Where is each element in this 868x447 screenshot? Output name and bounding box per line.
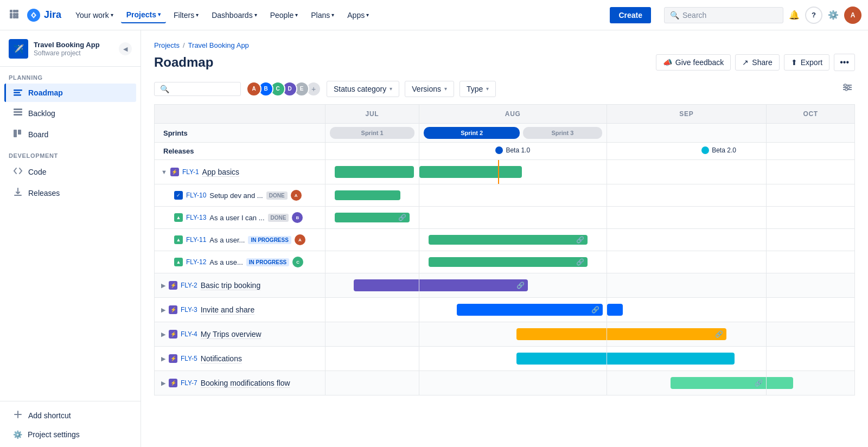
- fly3-bar[interactable]: 🔗: [457, 304, 603, 316]
- settings-button[interactable]: ⚙️: [825, 7, 842, 24]
- sprints-label: Sprints: [155, 124, 326, 143]
- fly12-type-icon: ▲: [174, 258, 183, 266]
- fly12-bar[interactable]: 🔗: [429, 257, 588, 267]
- table-row: ▲ FLY-12 As a use... IN PROGRESS C: [155, 251, 855, 273]
- sprint-2-bar[interactable]: Sprint 2: [424, 127, 520, 139]
- app-grid-icon[interactable]: [7, 7, 22, 23]
- month-aug: AUG: [419, 105, 607, 124]
- help-button[interactable]: ?: [805, 7, 822, 24]
- fly1-id[interactable]: FLY-1: [182, 168, 199, 176]
- view-settings-icon[interactable]: [840, 80, 855, 98]
- fly5-bar-sep[interactable]: [607, 353, 735, 365]
- fly11-bar[interactable]: 🔗: [429, 235, 588, 245]
- fly3-id[interactable]: FLY-3: [181, 306, 197, 314]
- fly2-bar-jul[interactable]: [354, 279, 419, 291]
- more-options-button[interactable]: •••: [834, 54, 855, 71]
- fly10-avatar: A: [291, 190, 302, 201]
- fly12-id[interactable]: FLY-12: [186, 258, 206, 266]
- svg-point-24: [847, 86, 850, 88]
- month-oct: OCT: [767, 105, 855, 124]
- fly7-bar-start[interactable]: 🔗: [671, 377, 766, 389]
- sidebar-item-code[interactable]: Code: [4, 162, 136, 182]
- fly3-expand-icon[interactable]: ▶: [161, 306, 165, 314]
- fly4-bar-start[interactable]: [516, 328, 606, 340]
- fly12-name: As a use...: [209, 258, 242, 266]
- fly2-expand-icon[interactable]: ▶: [161, 282, 165, 289]
- breadcrumb-project[interactable]: Travel Booking App: [188, 41, 249, 49]
- fly4-bar-sep[interactable]: 🔗: [607, 328, 726, 340]
- svg-rect-10: [14, 92, 20, 94]
- releases-icon: [13, 187, 23, 199]
- nav-projects[interactable]: Projects ▾: [121, 7, 166, 23]
- give-feedback-button[interactable]: 📣 Give feedback: [656, 54, 731, 71]
- status-category-filter[interactable]: Status category ▾: [327, 81, 399, 97]
- svg-rect-3: [10, 13, 12, 16]
- fly5-expand-icon[interactable]: ▶: [161, 355, 165, 362]
- fly3-type-icon: ⚡: [169, 305, 177, 314]
- user-avatar[interactable]: A: [844, 7, 861, 24]
- fly12-avatar: C: [292, 257, 303, 267]
- nav-plans[interactable]: Plans ▾: [305, 8, 340, 23]
- fly1-expand-icon[interactable]: ▼: [161, 169, 167, 175]
- project-type: Software project: [34, 49, 113, 57]
- beta-1-release[interactable]: Beta 1.0: [495, 146, 530, 154]
- fly4-expand-icon[interactable]: ▶: [161, 331, 165, 338]
- table-row: ▶ ⚡ FLY-5 Notifications: [155, 347, 855, 371]
- fly5-name: Notifications: [201, 354, 242, 363]
- breadcrumb: Projects / Travel Booking App: [154, 41, 855, 49]
- nav-filters[interactable]: Filters ▾: [168, 8, 204, 23]
- sidebar-item-releases[interactable]: Releases: [4, 183, 136, 203]
- sidebar-collapse-button[interactable]: ◀: [119, 42, 132, 55]
- sidebar-item-roadmap[interactable]: Roadmap: [4, 84, 136, 102]
- fly11-id[interactable]: FLY-11: [186, 236, 206, 244]
- fly10-name: Setup dev and ...: [209, 191, 263, 200]
- export-button[interactable]: ⬆ Export: [784, 54, 829, 71]
- fly4-id[interactable]: FLY-4: [181, 330, 197, 338]
- fly5-bar-start[interactable]: [516, 353, 606, 365]
- svg-rect-15: [14, 130, 17, 137]
- type-filter[interactable]: Type ▾: [459, 81, 496, 97]
- svg-rect-0: [10, 10, 12, 12]
- sidebar-item-add-shortcut[interactable]: Add shortcut: [4, 405, 136, 425]
- versions-filter[interactable]: Versions ▾: [405, 81, 454, 97]
- fly4-name: My Trips overview: [201, 330, 261, 339]
- svg-rect-6: [10, 16, 12, 18]
- fly10-id[interactable]: FLY-10: [186, 191, 206, 199]
- fly1-bar-aug[interactable]: [419, 166, 522, 178]
- svg-point-25: [845, 88, 847, 91]
- fly7-id[interactable]: FLY-7: [181, 379, 197, 387]
- notifications-button[interactable]: 🔔: [786, 7, 803, 24]
- sprint-3-bar[interactable]: Sprint 3: [523, 127, 602, 139]
- nav-people[interactable]: People ▾: [265, 8, 304, 23]
- board-icon: [13, 129, 23, 140]
- sidebar-item-backlog[interactable]: Backlog: [4, 103, 136, 123]
- gantt-left-header: [155, 105, 326, 124]
- share-button[interactable]: ↗ Share: [735, 54, 779, 71]
- sprint-1-bar[interactable]: Sprint 1: [330, 127, 414, 139]
- breadcrumb-projects[interactable]: Projects: [154, 41, 180, 49]
- nav-dashboards[interactable]: Dashboards ▾: [206, 8, 263, 23]
- avatar-1[interactable]: A: [246, 81, 261, 97]
- fly2-id[interactable]: FLY-2: [181, 282, 197, 289]
- fly2-bar-aug[interactable]: 🔗: [419, 279, 528, 291]
- fly13-bar[interactable]: 🔗: [335, 213, 409, 222]
- table-row: ✓ FLY-10 Setup dev and ... DONE A: [155, 184, 855, 207]
- svg-rect-14: [14, 114, 22, 116]
- fly10-bar[interactable]: [335, 190, 400, 200]
- create-button[interactable]: Create: [610, 7, 651, 23]
- search-filter[interactable]: 🔍: [154, 82, 241, 96]
- nav-your-work[interactable]: Your work ▾: [70, 8, 119, 23]
- sidebar-item-project-settings[interactable]: ⚙️ Project settings: [4, 426, 136, 443]
- fly1-bar[interactable]: [335, 166, 414, 178]
- roadmap-icon: [13, 88, 23, 98]
- fly7-expand-icon[interactable]: ▶: [161, 380, 165, 387]
- fly3-bar-sep[interactable]: [607, 304, 623, 316]
- fly13-id[interactable]: FLY-13: [186, 214, 206, 221]
- search-bar[interactable]: 🔍 Search: [664, 7, 783, 23]
- fly7-bar-oct[interactable]: [767, 377, 793, 389]
- sidebar-item-board[interactable]: Board: [4, 124, 136, 144]
- fly5-id[interactable]: FLY-5: [181, 355, 197, 362]
- jira-logo[interactable]: Jira: [26, 8, 61, 23]
- nav-apps[interactable]: Apps ▾: [342, 8, 374, 23]
- beta-2-release[interactable]: Beta 2.0: [701, 146, 736, 154]
